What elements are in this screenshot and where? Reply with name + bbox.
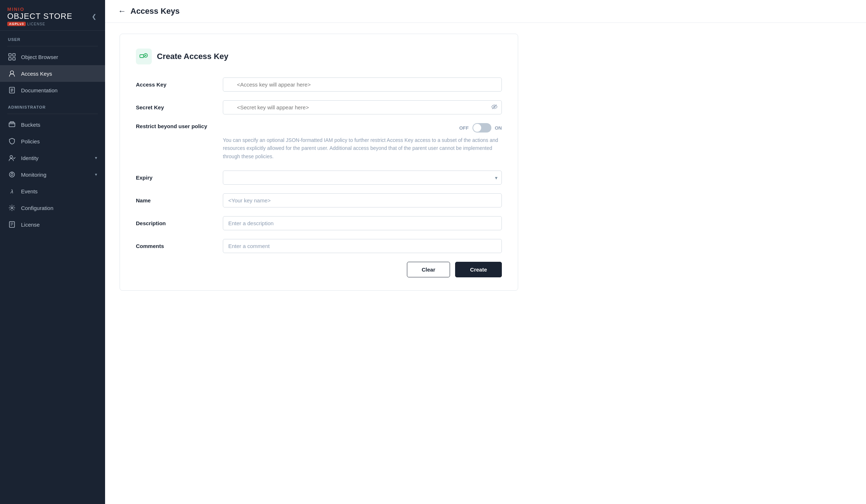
buckets-icon bbox=[8, 121, 16, 129]
expiry-row: Expiry ▾ bbox=[136, 171, 502, 185]
sidebar-item-access-keys[interactable]: Access Keys bbox=[0, 65, 105, 82]
comments-control bbox=[223, 239, 502, 253]
name-control bbox=[223, 193, 502, 207]
sidebar-item-label: Object Browser bbox=[21, 54, 58, 60]
create-access-key-icon bbox=[136, 49, 152, 64]
sidebar-item-identity[interactable]: Identity ▾ bbox=[0, 150, 105, 166]
description-input[interactable] bbox=[223, 216, 502, 230]
logo-title: OBJECT STORE bbox=[7, 12, 72, 21]
create-button[interactable]: Create bbox=[455, 262, 502, 277]
toggle-on-label: ON bbox=[495, 125, 502, 131]
restrict-control: OFF ON bbox=[223, 123, 502, 133]
access-key-input[interactable] bbox=[223, 77, 502, 92]
sidebar-section-user: User bbox=[0, 31, 105, 44]
sidebar-item-label: Monitoring bbox=[21, 172, 46, 178]
back-arrow-icon: ← bbox=[118, 7, 126, 16]
name-input[interactable] bbox=[223, 193, 502, 207]
expiry-control: ▾ bbox=[223, 171, 502, 185]
sidebar-item-label: Access Keys bbox=[21, 71, 52, 77]
sidebar-section-admin: Administrator bbox=[0, 98, 105, 112]
svg-rect-1 bbox=[13, 54, 15, 56]
identity-icon bbox=[8, 154, 16, 162]
collapse-button[interactable]: ❮ bbox=[90, 12, 98, 21]
sidebar-item-monitoring[interactable]: Monitoring ▾ bbox=[0, 166, 105, 183]
sidebar-item-configuration[interactable]: Configuration bbox=[0, 200, 105, 216]
back-button[interactable]: ← bbox=[118, 7, 126, 16]
sidebar-divider-user bbox=[7, 46, 98, 46]
access-key-control bbox=[223, 77, 502, 92]
sidebar-item-policies[interactable]: Policies bbox=[0, 133, 105, 150]
svg-rect-6 bbox=[9, 123, 15, 127]
clear-button[interactable]: Clear bbox=[407, 262, 450, 277]
form-title-text: Create Access Key bbox=[157, 52, 228, 61]
comments-input[interactable] bbox=[223, 239, 502, 253]
sidebar-item-label: Events bbox=[21, 188, 38, 194]
logo-area: MINIO OBJECT STORE AGPLv3 LICENSE bbox=[7, 7, 72, 26]
sidebar-item-label: Configuration bbox=[21, 205, 53, 211]
comments-label: Comments bbox=[136, 239, 216, 249]
expiry-label: Expiry bbox=[136, 171, 216, 181]
logo-license: AGPLv3 LICENSE bbox=[7, 22, 72, 26]
access-key-wrapper bbox=[223, 77, 502, 92]
logo-title-normal: STORE bbox=[41, 12, 72, 21]
sidebar-item-label: Identity bbox=[21, 155, 38, 161]
svg-point-4 bbox=[11, 71, 14, 74]
action-row: Clear Create bbox=[136, 262, 502, 277]
svg-point-16 bbox=[145, 55, 146, 56]
svg-rect-3 bbox=[13, 58, 15, 60]
page-title: Access Keys bbox=[130, 7, 180, 16]
name-row: Name bbox=[136, 193, 502, 207]
license-icon bbox=[8, 220, 16, 228]
comments-row: Comments bbox=[136, 239, 502, 253]
sidebar-item-label: Documentation bbox=[21, 87, 58, 93]
topbar: ← Access Keys bbox=[105, 0, 866, 23]
license-badge: AGPLv3 bbox=[7, 22, 26, 26]
expiry-select[interactable] bbox=[223, 171, 502, 185]
toggle-knob bbox=[473, 124, 481, 132]
svg-point-8 bbox=[10, 156, 13, 158]
sidebar-item-documentation[interactable]: Documentation bbox=[0, 82, 105, 98]
sidebar-item-events[interactable]: λ Events bbox=[0, 183, 105, 200]
sidebar-item-buckets[interactable]: Buckets bbox=[0, 116, 105, 133]
sidebar-item-label: Buckets bbox=[21, 122, 40, 128]
name-label: Name bbox=[136, 193, 216, 203]
restrict-desc-spacer bbox=[136, 136, 216, 160]
monitoring-icon bbox=[8, 171, 16, 178]
access-key-label: Access Key bbox=[136, 77, 216, 88]
events-icon: λ bbox=[8, 187, 16, 195]
sidebar-item-object-browser[interactable]: Object Browser bbox=[0, 49, 105, 65]
form-card-title: Create Access Key bbox=[136, 49, 502, 64]
eye-icon[interactable] bbox=[491, 104, 497, 111]
main-content: ← Access Keys Create Access Key Access K… bbox=[105, 0, 866, 504]
sidebar-item-label: Policies bbox=[21, 138, 40, 144]
sidebar-item-label: License bbox=[21, 222, 40, 228]
form-card: Create Access Key Access Key Secret Key bbox=[120, 34, 518, 291]
svg-rect-2 bbox=[9, 58, 11, 60]
license-text: LICENSE bbox=[27, 22, 45, 26]
restrict-description-row: You can specify an optional JSON-formatt… bbox=[136, 136, 502, 160]
content-area: Create Access Key Access Key Secret Key bbox=[105, 23, 866, 504]
expiry-wrapper: ▾ bbox=[223, 171, 502, 185]
description-control bbox=[223, 216, 502, 230]
description-label: Description bbox=[136, 216, 216, 226]
sidebar: MINIO OBJECT STORE AGPLv3 LICENSE ❮ User… bbox=[0, 0, 105, 504]
toggle-off-label: OFF bbox=[459, 125, 469, 131]
restrict-label: Restrict beyond user policy bbox=[136, 123, 216, 129]
logo-title-bold: OBJECT bbox=[7, 12, 41, 21]
svg-point-10 bbox=[11, 173, 13, 176]
svg-rect-7 bbox=[10, 122, 14, 123]
configuration-icon bbox=[8, 204, 16, 212]
secret-key-label: Secret Key bbox=[136, 100, 216, 110]
policies-icon bbox=[8, 137, 16, 145]
secret-key-row: Secret Key bbox=[136, 100, 502, 114]
access-keys-icon bbox=[8, 70, 16, 77]
secret-key-control bbox=[223, 100, 502, 114]
sidebar-item-license[interactable]: License bbox=[0, 216, 105, 233]
access-key-row: Access Key bbox=[136, 77, 502, 92]
restrict-toggle[interactable] bbox=[472, 123, 491, 133]
chevron-down-icon: ▾ bbox=[95, 172, 97, 177]
secret-key-input[interactable] bbox=[223, 100, 502, 114]
chevron-down-icon: ▾ bbox=[95, 155, 97, 160]
sidebar-divider-admin bbox=[7, 114, 98, 114]
svg-point-12 bbox=[11, 207, 13, 209]
